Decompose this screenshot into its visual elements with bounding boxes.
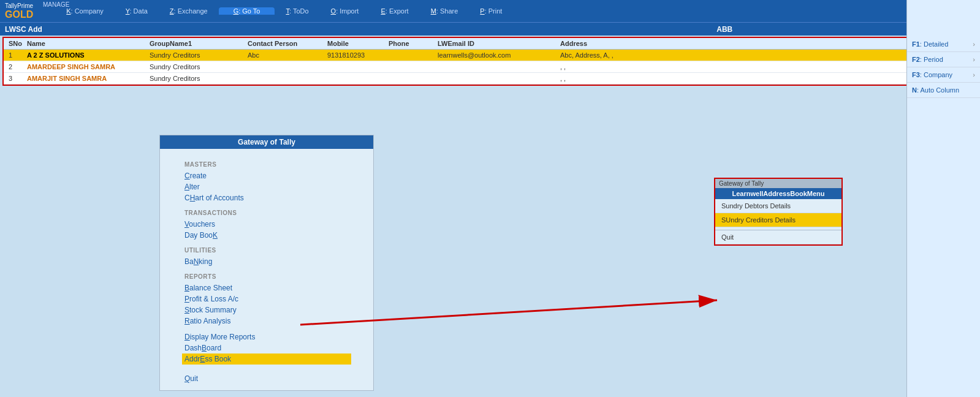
nav-export[interactable]: E: Export	[370, 7, 419, 15]
table-header-row: SNo Name GroupName1 Contact Person Mobil…	[4, 38, 976, 50]
cell-email	[435, 62, 558, 71]
menu-banking[interactable]: BaNking	[184, 256, 349, 267]
col-phone: Phone	[386, 39, 435, 48]
sidebar-item-period[interactable]: F2: Period ›	[907, 52, 980, 67]
reports-section-label: REPORTS	[184, 273, 349, 280]
cell-email	[435, 74, 558, 83]
menu-alter[interactable]: Alter	[184, 181, 349, 192]
cell-phone	[386, 62, 435, 71]
right-sidebar: F1: Detailed › F2: Period › F3: Company …	[906, 0, 980, 397]
popup-item-quit[interactable]: Quit	[715, 230, 841, 244]
popup-gateway-label: Gateway of Tally	[715, 179, 841, 188]
menu-dashboard[interactable]: DashBoard	[184, 342, 349, 354]
nav-import[interactable]: O: Import	[320, 7, 370, 15]
cell-contact	[245, 74, 325, 83]
cell-phone	[386, 51, 435, 59]
cell-sno: 1	[6, 51, 25, 59]
col-groupname: GroupName1	[147, 39, 245, 48]
nav-exchange[interactable]: Z: Exchange	[159, 7, 219, 15]
cell-name: AMARJIT SINGH SAMRA	[25, 74, 147, 83]
cell-mobile	[325, 62, 386, 71]
logo-tally: TallyPrime	[5, 2, 33, 9]
menu-address-book[interactable]: AddrEss Book	[182, 354, 351, 365]
menu-balance-sheet[interactable]: Balance Sheet	[184, 282, 349, 293]
company-name: ABB	[485, 25, 965, 34]
menu-daybook[interactable]: Day BooK	[184, 230, 349, 241]
menu-quit[interactable]: Quit	[184, 373, 349, 384]
sidebar-item-label: F1: Detailed	[912, 40, 948, 48]
chevron-right-icon: ›	[973, 56, 975, 63]
logo-gold: GOLD	[5, 9, 33, 20]
col-name: Name	[25, 39, 147, 48]
menu-display-more[interactable]: Display More Reports	[184, 331, 349, 342]
cell-group: Sundry Creditors	[147, 51, 245, 59]
nav-goto[interactable]: G: Go To	[219, 7, 275, 15]
col-email: LWEmail ID	[435, 39, 558, 48]
cell-group: Sundry Creditors	[147, 74, 245, 83]
menu-create[interactable]: Create	[184, 170, 349, 181]
gateway-content: MASTERS Create Alter CHart of Accounts T…	[160, 149, 373, 390]
cell-sno: 2	[6, 62, 25, 71]
nav-todo[interactable]: T: ToDo	[275, 7, 319, 15]
transactions-section-label: TRANSACTIONS	[184, 210, 349, 216]
cell-group: Sundry Creditors	[147, 62, 245, 71]
nav-share[interactable]: M: Share	[420, 7, 469, 15]
sidebar-item-label: F3: Company	[912, 71, 952, 78]
nav-items: K: Company Y: Data Z: Exchange G: Go To …	[55, 7, 943, 15]
cell-mobile: 9131810293	[325, 51, 386, 59]
popup-item-sundry-creditors[interactable]: SUndry Creditors Details	[715, 213, 841, 227]
masters-section-label: MASTERS	[184, 161, 349, 168]
second-bar: LWSC Add ABB X	[0, 22, 980, 36]
sidebar-item-label: F2: Period	[912, 56, 943, 63]
menu-vouchers[interactable]: Vouchers	[184, 219, 349, 230]
chevron-right-icon: ›	[973, 71, 975, 78]
window-title: LWSC Add	[0, 25, 485, 34]
sidebar-item-label: N: Auto Column	[912, 86, 959, 94]
menu-stock-summary[interactable]: Stock Summary	[184, 304, 349, 316]
cell-mobile	[325, 74, 386, 83]
sidebar-item-autocolumn[interactable]: N: Auto Column	[907, 83, 980, 98]
address-book-menu-popup: Gateway of Tally LearnwellAddressBookMen…	[714, 178, 843, 246]
table-row[interactable]: 1 A 2 Z SOLUTIONS Sundry Creditors Abc 9…	[4, 50, 976, 61]
gateway-title: Gateway of Tally	[160, 135, 373, 149]
cell-sno: 3	[6, 74, 25, 83]
nav-company[interactable]: K: Company	[55, 7, 115, 15]
sidebar-item-company[interactable]: F3: Company ›	[907, 67, 980, 83]
menu-chart[interactable]: CHart of Accounts	[184, 192, 349, 203]
gateway-panel: Gateway of Tally MASTERS Create Alter CH…	[159, 135, 374, 391]
sidebar-item-detailed[interactable]: F1: Detailed ›	[907, 37, 980, 52]
cell-name: A 2 Z SOLUTIONS	[25, 51, 147, 59]
cell-name: AMARDEEP SINGH SAMRA	[25, 62, 147, 71]
top-nav-bar: TallyPrime GOLD MANAGE K: Company Y: Dat…	[0, 0, 980, 22]
col-contact: Contact Person	[245, 39, 325, 48]
col-mobile: Mobile	[325, 39, 386, 48]
data-table: SNo Name GroupName1 Contact Person Mobil…	[2, 37, 978, 86]
cell-contact	[245, 62, 325, 71]
table-row[interactable]: 2 AMARDEEP SINGH SAMRA Sundry Creditors …	[4, 61, 976, 73]
menu-profit-loss[interactable]: Profit & Loss A/c	[184, 293, 349, 304]
nav-data[interactable]: Y: Data	[115, 7, 159, 15]
cell-email: learnwells@outlook.com	[435, 51, 558, 59]
menu-ratio-analysis[interactable]: Ratio Analysis	[184, 316, 349, 327]
nav-print[interactable]: P: Print	[469, 7, 513, 15]
popup-title: LearnwellAddressBookMenu	[715, 188, 841, 199]
table-row[interactable]: 3 AMARJIT SINGH SAMRA Sundry Creditors ,…	[4, 73, 976, 85]
utilities-section-label: UTILITIES	[184, 247, 349, 254]
col-sno: SNo	[6, 39, 25, 48]
chevron-right-icon: ›	[973, 40, 975, 48]
cell-contact: Abc	[245, 51, 325, 59]
logo-area: TallyPrime GOLD	[5, 2, 33, 20]
popup-item-sundry-debtors[interactable]: Sundry Debtors Details	[715, 199, 841, 213]
manage-label: MANAGE	[43, 1, 69, 8]
cell-phone	[386, 74, 435, 83]
